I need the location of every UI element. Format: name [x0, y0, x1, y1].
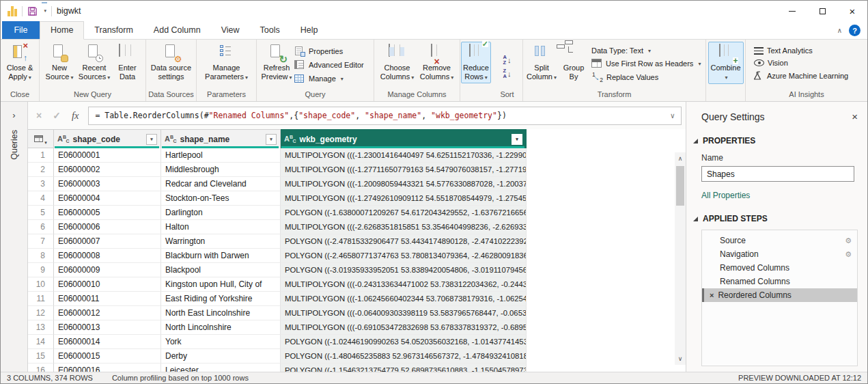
status-profiling[interactable]: Column profiling based on top 1000 rows [112, 374, 249, 382]
shape-code-cell[interactable]: E06000009 [54, 263, 161, 277]
row-number-cell[interactable]: 6 [28, 220, 54, 234]
column-filter-button[interactable]: ▾ [512, 134, 522, 145]
scroll-down-icon[interactable]: ∨ [675, 354, 686, 364]
wkb-geometry-cell[interactable]: POLYGON ((-3.01935933952051 53.838942005… [281, 263, 527, 277]
shape-code-cell[interactable]: E06000016 [54, 364, 161, 372]
row-number-cell[interactable]: 5 [28, 206, 54, 220]
help-icon[interactable]: ? [849, 25, 860, 36]
shape-code-cell[interactable]: E06000006 [54, 220, 161, 234]
wkb-geometry-cell[interactable]: MULTIPOLYGON (((-1.20098059443321 54.577… [281, 177, 527, 191]
shape-name-cell[interactable]: Darlington [161, 206, 281, 220]
scrollbar-thumb[interactable] [676, 166, 684, 206]
shape-name-cell[interactable]: Warrington [161, 234, 281, 249]
shape-name-cell[interactable]: Halton [161, 220, 281, 234]
collapse-ribbon-icon[interactable]: ∧ [837, 27, 842, 34]
close-apply-button[interactable]: ×↑ Close & Apply▾ [2, 42, 38, 83]
wkb-geometry-cell[interactable]: MULTIPOLYGON (((-2.6268351815851 53.3546… [281, 220, 527, 234]
text-analytics-button[interactable]: Text Analytics [754, 46, 813, 55]
advanced-editor-button[interactable]: Advanced Editor [294, 60, 364, 70]
row-number-cell[interactable]: 9 [28, 263, 54, 277]
properties-section-header[interactable]: PROPERTIES [693, 136, 867, 146]
select-all-button[interactable]: ▾ [28, 129, 54, 148]
shape-code-cell[interactable]: E06000001 [54, 148, 161, 163]
new-source-button[interactable]: New Source▾ [43, 42, 76, 83]
applied-step[interactable]: Navigation⚙ [702, 247, 857, 261]
wkb-geometry-cell[interactable]: MULTIPOLYGON (((-1.23001416440497 54.625… [281, 148, 527, 163]
shape-code-cell[interactable]: E06000007 [54, 234, 161, 249]
replace-values-button[interactable]: 1→2 Replace Values [591, 72, 658, 82]
row-number-cell[interactable]: 15 [28, 349, 54, 364]
row-number-cell[interactable]: 12 [28, 306, 54, 320]
row-number-cell[interactable]: 1 [28, 148, 54, 163]
shape-name-cell[interactable]: Blackpool [161, 263, 281, 277]
save-icon[interactable] [27, 6, 38, 16]
query-name-input[interactable] [701, 166, 854, 182]
shape-name-cell[interactable]: Derby [161, 349, 281, 364]
wkb-geometry-cell[interactable]: POLYGON ((-2.46580771374763 53.780813407… [281, 249, 527, 263]
close-pane-icon[interactable]: × [852, 111, 858, 122]
properties-button[interactable]: Properties [294, 46, 343, 56]
shape-name-cell[interactable]: Stockton-on-Tees [161, 191, 281, 206]
shape-name-cell[interactable]: York [161, 335, 281, 349]
file-menu-button[interactable]: File [2, 21, 40, 39]
gear-icon[interactable]: ⚙ [845, 236, 852, 245]
manage-button[interactable]: Manage ▾ [294, 74, 344, 83]
remove-columns-button[interactable]: × Remove Columns▾ [417, 42, 457, 83]
manage-parameters-button[interactable]: Manage Parameters▾ [201, 42, 253, 83]
commit-formula-icon[interactable]: ✓ [53, 110, 61, 121]
minimize-button[interactable] [777, 1, 807, 21]
wkb-geometry-cell[interactable]: POLYGON ((-1.480465235883 52.96731465673… [281, 349, 527, 364]
row-number-cell[interactable]: 7 [28, 234, 54, 249]
split-column-button[interactable]: Split Column▾ [524, 42, 559, 83]
shape-name-cell[interactable]: Blackburn with Darwen [161, 249, 281, 263]
data-source-settings-button[interactable]: ⚙ Data source settings [148, 42, 195, 82]
shape-name-cell[interactable]: East Riding of Yorkshire [161, 292, 281, 306]
row-number-cell[interactable]: 11 [28, 292, 54, 306]
queries-pane-label[interactable]: Queries [10, 130, 19, 160]
vision-button[interactable]: Vision [754, 59, 788, 67]
row-number-cell[interactable]: 10 [28, 277, 54, 292]
tab-tools[interactable]: Tools [250, 21, 290, 39]
expand-queries-icon[interactable]: › [1, 110, 27, 120]
row-number-cell[interactable]: 14 [28, 335, 54, 349]
quick-access-dropdown-icon[interactable]: ▾ [43, 9, 47, 13]
column-header-shape-code[interactable]: ABC shape_code ▾ [54, 129, 161, 148]
applied-steps-section-header[interactable]: APPLIED STEPS [693, 214, 867, 223]
applied-step[interactable]: Removed Columns [702, 261, 857, 275]
column-header-shape-name[interactable]: ABC shape_name ▾ [161, 129, 281, 148]
shape-code-cell[interactable]: E06000015 [54, 349, 161, 364]
wkb-geometry-cell[interactable]: MULTIPOLYGON (((-1.27711650779163 54.547… [281, 163, 527, 177]
row-number-cell[interactable]: 13 [28, 320, 54, 335]
tab-help[interactable]: Help [290, 21, 328, 39]
data-type-button[interactable]: Data Type: Text ▾ [591, 46, 651, 55]
applied-step[interactable]: Renamed Columns [702, 275, 857, 288]
applied-step[interactable]: ×Reordered Columns [702, 288, 857, 302]
wkb-geometry-cell[interactable]: MULTIPOLYGON (((-0.691053472832698 53.67… [281, 320, 527, 335]
wkb-geometry-cell[interactable]: POLYGON ((-1.63800071209267 54.617204342… [281, 206, 527, 220]
reduce-rows-button[interactable]: ✓ Reduce Rows▾ [461, 42, 491, 83]
group-by-button[interactable]: Group By [559, 42, 589, 82]
shape-code-cell[interactable]: E06000002 [54, 163, 161, 177]
shape-code-cell[interactable]: E06000011 [54, 292, 161, 306]
shape-name-cell[interactable]: Middlesbrough [161, 163, 281, 177]
cancel-formula-icon[interactable]: × [36, 110, 42, 121]
formula-input[interactable]: = Table.ReorderColumns(#"Renamed Columns… [88, 107, 682, 125]
refresh-preview-button[interactable]: ↻ Refresh Preview▾ [259, 42, 294, 83]
wkb-geometry-cell[interactable]: MULTIPOLYGON (((-1.27492610909112 54.551… [281, 191, 527, 206]
tab-transform[interactable]: Transform [84, 21, 143, 39]
column-filter-button[interactable]: ▾ [146, 134, 157, 145]
wkb-geometry-cell[interactable]: POLYGON ((-2.47815332906477 53.443417489… [281, 234, 527, 249]
enter-data-button[interactable]: Enter Data [113, 42, 143, 82]
sort-descending-button[interactable]: ZA↓ [503, 68, 512, 79]
fx-icon[interactable]: fx [72, 110, 79, 122]
row-number-cell[interactable]: 8 [28, 249, 54, 263]
vertical-scrollbar[interactable]: ∧ ∨ [675, 152, 686, 365]
column-filter-button[interactable]: ▾ [266, 134, 277, 145]
gear-icon[interactable]: ⚙ [845, 250, 852, 259]
shape-name-cell[interactable]: Hartlepool [161, 148, 281, 163]
wkb-geometry-cell[interactable]: MULTIPOLYGON (((-0.243133634471002 53.73… [281, 277, 527, 292]
tab-view[interactable]: View [211, 21, 250, 39]
row-number-cell[interactable]: 3 [28, 177, 54, 191]
maximize-button[interactable] [807, 1, 837, 21]
row-number-cell[interactable]: 16 [28, 364, 54, 372]
